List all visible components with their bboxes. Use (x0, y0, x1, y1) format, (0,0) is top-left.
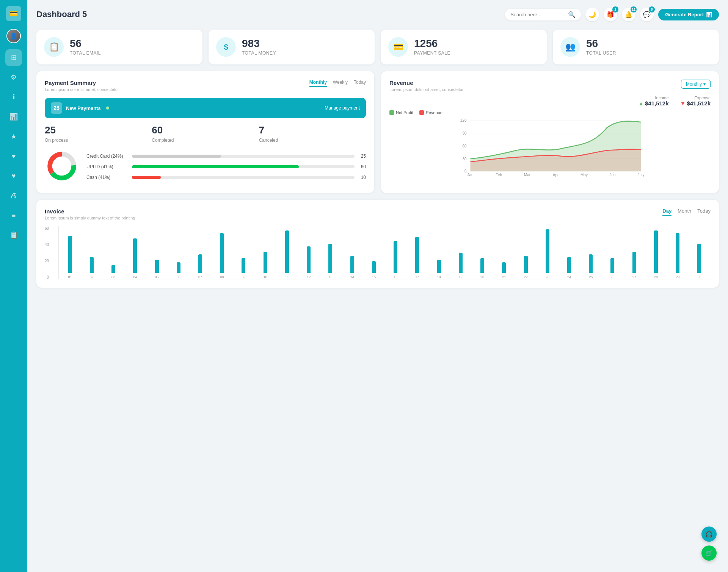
search-input[interactable] (510, 12, 565, 17)
chart-legend: Net Profit Revenue (389, 110, 711, 115)
stat-card-payment: 💳 1256 PAYMENT SALE (381, 30, 547, 64)
gift-btn[interactable]: 🎁 2 (604, 8, 617, 21)
sidebar-item-info[interactable]: ℹ (5, 89, 22, 105)
sidebar-item-menu[interactable]: ≡ (5, 207, 22, 224)
invoice-bar (242, 258, 245, 273)
bar-col: 12 (299, 226, 318, 279)
bar-col: 25 (581, 226, 601, 279)
invoice-bar-chart: 0102030405060708091011121314151617181920… (58, 226, 711, 279)
tab-monthly[interactable]: Monthly (309, 80, 327, 87)
sidebar-item-heart2[interactable]: ♥ (5, 168, 22, 184)
bar-x-label: 16 (394, 275, 397, 279)
bar-x-label: 03 (111, 275, 115, 279)
svg-text:Jan: Jan (467, 173, 473, 177)
invoice-bar (328, 244, 332, 273)
mid-row: Payment Summary Lorem ipsum dolor sit am… (36, 71, 719, 193)
bell-btn[interactable]: 🔔 12 (622, 8, 635, 21)
chat-btn[interactable]: 💬 5 (640, 8, 654, 21)
bar-col: 29 (668, 226, 687, 279)
sidebar-item-star[interactable]: ★ (5, 128, 22, 145)
progress-list: Credit Card (24%) 25 UPI ID (41%) 60 (86, 149, 366, 185)
manage-payment-link[interactable]: Manage payment (325, 105, 360, 111)
legend-revenue: Revenue (419, 110, 442, 115)
generate-report-button[interactable]: Generate Report 📊 (658, 9, 719, 20)
bar-col: 09 (234, 226, 253, 279)
bar-x-label: 24 (567, 275, 571, 279)
cart-btn[interactable]: 🛒 (701, 545, 717, 561)
expense-item: Expense ▼$41,512k (680, 96, 711, 107)
revenue-period-btn[interactable]: Monthly ▾ (681, 80, 711, 89)
revenue-title: Revenue (389, 80, 464, 86)
bar-col: 21 (494, 226, 514, 279)
income-expense-row: Income ▲$41,512k Expense ▼$41,512k (389, 96, 711, 107)
expense-val: ▼$41,512k (680, 100, 711, 107)
search-bar[interactable]: 🔍 (505, 9, 581, 20)
sidebar-item-print[interactable]: 🖨 (5, 187, 22, 204)
invoice-bar (198, 254, 202, 273)
progress-bar-fill-0 (132, 155, 221, 158)
bar-col: 20 (472, 226, 492, 279)
bar-x-label: 11 (285, 275, 289, 279)
bar-x-label: 20 (480, 275, 484, 279)
invoice-bar (610, 258, 614, 273)
theme-toggle-btn[interactable]: 🌙 (585, 8, 599, 21)
progress-section: Credit Card (24%) 25 UPI ID (41%) 60 (45, 149, 366, 185)
invoice-bar (220, 233, 224, 273)
sidebar-item-reports[interactable]: 📋 (5, 227, 22, 243)
invoice-bar (177, 262, 180, 273)
progress-bar-fill-2 (132, 176, 161, 179)
bar-x-label: 07 (198, 275, 202, 279)
revenue-label: Revenue (426, 110, 442, 115)
bar-col: 30 (690, 226, 709, 279)
main-content: Dashboard 5 🔍 🌙 🎁 2 🔔 12 💬 5 Generate Re… (27, 0, 728, 572)
header: Dashboard 5 🔍 🌙 🎁 2 🔔 12 💬 5 Generate Re… (36, 8, 719, 21)
invoice-header: Invoice Lorem ipsum is simply dummy text… (45, 208, 711, 220)
total-money-num: 983 (242, 38, 276, 49)
progress-row-1: UPI ID (41%) 60 (86, 164, 366, 169)
income-item: Income ▲$41,512k (638, 96, 668, 107)
y-axis-labels: 60 40 20 0 (45, 226, 50, 279)
invoice-subtitle: Lorem ipsum is simply dummy text of the … (45, 216, 135, 220)
sidebar-logo[interactable]: 💳 (6, 6, 21, 21)
expense-icon: ▼ (680, 100, 686, 107)
tab-month[interactable]: Month (678, 208, 691, 216)
payment-summary-tabs: Monthly Weekly Today (309, 80, 366, 87)
bar-x-label: 05 (155, 275, 159, 279)
bar-x-label: 27 (632, 275, 636, 279)
invoice-bar (697, 244, 701, 273)
y-label-0: 0 (47, 275, 49, 279)
canceled-label: Canceled (259, 138, 366, 143)
sidebar-item-heart[interactable]: ♥ (5, 148, 22, 165)
invoice-tabs: Day Month Today (662, 208, 711, 216)
bar-col: 18 (429, 226, 449, 279)
progress-bar-bg-1 (132, 165, 355, 168)
tab-today[interactable]: Today (354, 80, 366, 87)
invoice-bar (264, 252, 267, 273)
bar-x-label: 21 (502, 275, 506, 279)
invoice-bar (394, 241, 397, 273)
bar-col: 04 (126, 226, 145, 279)
y-label-20: 20 (45, 259, 49, 263)
svg-text:July: July (638, 173, 645, 177)
tab-today[interactable]: Today (697, 208, 711, 216)
tab-day[interactable]: Day (662, 208, 672, 216)
bar-col: 03 (104, 226, 123, 279)
bar-col: 07 (190, 226, 210, 279)
sidebar-item-analytics[interactable]: 📊 (5, 108, 22, 125)
bar-col: 15 (364, 226, 383, 279)
headset-btn[interactable]: 🎧 (701, 527, 717, 542)
sidebar-item-dashboard[interactable]: ⊞ (5, 49, 22, 66)
bar-x-label: 08 (220, 275, 224, 279)
stat-card-user: 👥 56 TOTAL USER (553, 30, 719, 64)
svg-text:Feb: Feb (496, 173, 502, 177)
new-payments-left: 25 New Payments (51, 102, 109, 114)
revenue-subtitle: Lorem ipsum dolor sit amet, consectetur (389, 87, 464, 92)
bar-col: 11 (277, 226, 297, 279)
svg-text:May: May (581, 173, 588, 177)
total-email-num: 56 (70, 38, 101, 49)
progress-val-1: 60 (358, 164, 366, 169)
tab-weekly[interactable]: Weekly (333, 80, 348, 87)
on-process-label: On process (45, 138, 152, 143)
sidebar-item-settings[interactable]: ⚙ (5, 69, 22, 86)
avatar[interactable]: 👤 (6, 29, 21, 43)
